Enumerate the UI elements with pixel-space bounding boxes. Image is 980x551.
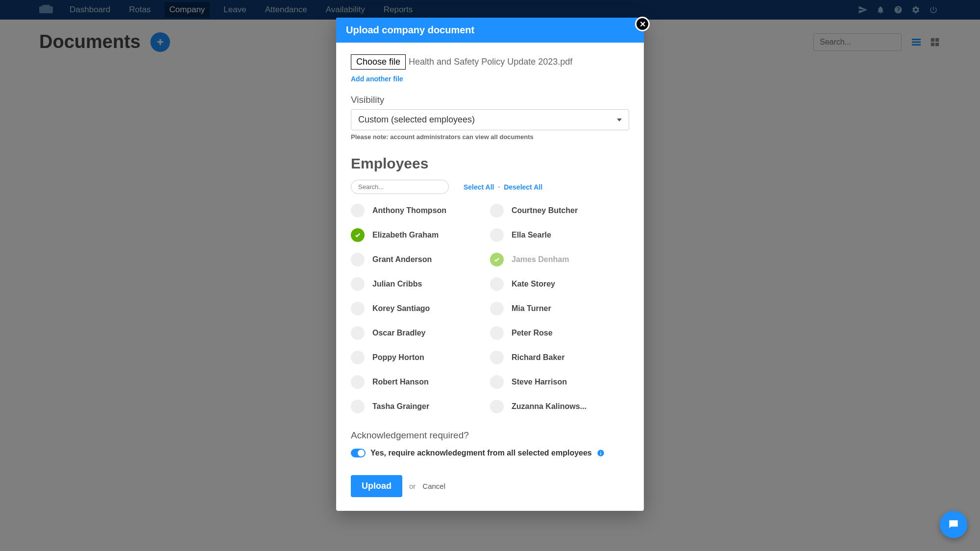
close-icon[interactable]: ✕ bbox=[635, 17, 650, 31]
employee-checkbox[interactable] bbox=[490, 302, 504, 315]
employee-name: Elizabeth Graham bbox=[372, 231, 439, 240]
employee-item[interactable]: Zuzanna Kalinows... bbox=[490, 400, 629, 413]
employee-name: Korey Santiago bbox=[372, 304, 430, 313]
employee-checkbox[interactable] bbox=[351, 253, 365, 266]
select-all-link[interactable]: Select All bbox=[464, 183, 494, 191]
employee-item[interactable]: Poppy Horton bbox=[351, 351, 490, 364]
employee-item[interactable]: Elizabeth Graham bbox=[351, 228, 490, 242]
employee-grid: Anthony ThompsonCourtney ButcherElizabet… bbox=[351, 204, 629, 413]
employee-name: Peter Rose bbox=[512, 329, 553, 337]
modal-title: Upload company document bbox=[336, 18, 644, 43]
employee-item[interactable]: Anthony Thompson bbox=[351, 204, 490, 217]
upload-document-modal: ✕ Upload company document Choose file He… bbox=[336, 18, 644, 511]
employee-item[interactable]: Korey Santiago bbox=[351, 302, 490, 315]
deselect-all-link[interactable]: Deselect All bbox=[504, 183, 542, 191]
acknowledgement-toggle[interactable] bbox=[351, 449, 366, 457]
modal-footer: Upload or Cancel bbox=[351, 475, 629, 497]
employee-checkbox[interactable] bbox=[351, 204, 365, 217]
employee-name: Courtney Butcher bbox=[512, 206, 578, 215]
employee-checkbox[interactable] bbox=[351, 351, 365, 364]
employee-checkbox[interactable] bbox=[490, 326, 504, 340]
employee-bulk-links: Select All · Deselect All bbox=[464, 183, 542, 191]
employee-name: Zuzanna Kalinows... bbox=[512, 402, 587, 411]
cancel-link[interactable]: Cancel bbox=[422, 482, 445, 490]
employee-checkbox[interactable] bbox=[490, 375, 504, 389]
employee-name: Ella Searle bbox=[512, 231, 551, 240]
info-icon[interactable] bbox=[597, 449, 605, 457]
employee-item[interactable]: Oscar Bradley bbox=[351, 326, 490, 340]
employee-item[interactable]: Grant Anderson bbox=[351, 253, 490, 266]
employee-checkbox[interactable] bbox=[490, 228, 504, 242]
acknowledgement-text: Yes, require acknowledegment from all se… bbox=[370, 449, 592, 457]
chosen-file-name: Health and Safety Policy Update 2023.pdf bbox=[409, 57, 572, 67]
employee-name: Julian Cribbs bbox=[372, 280, 422, 288]
visibility-label: Visibility bbox=[351, 95, 629, 105]
employees-heading: Employees bbox=[351, 155, 629, 172]
employee-checkbox[interactable] bbox=[490, 400, 504, 413]
employee-checkbox[interactable] bbox=[351, 400, 365, 413]
employee-item[interactable]: Tasha Grainger bbox=[351, 400, 490, 413]
or-text: or bbox=[409, 482, 416, 490]
visibility-selected: Custom (selected employees) bbox=[358, 115, 617, 125]
choose-file-button[interactable]: Choose file bbox=[351, 54, 406, 70]
employee-item[interactable]: Ella Searle bbox=[490, 228, 629, 242]
employee-checkbox[interactable] bbox=[490, 351, 504, 364]
employee-item[interactable]: Kate Storey bbox=[490, 277, 629, 291]
chevron-down-icon bbox=[617, 119, 622, 121]
employee-name: Kate Storey bbox=[512, 280, 555, 288]
employee-name: Mia Turner bbox=[512, 304, 551, 313]
employee-checkbox[interactable] bbox=[351, 375, 365, 389]
employee-checkbox[interactable] bbox=[351, 326, 365, 340]
employee-item[interactable]: Steve Harrison bbox=[490, 375, 629, 389]
employee-checkbox[interactable] bbox=[351, 277, 365, 291]
upload-button[interactable]: Upload bbox=[351, 475, 402, 497]
employee-item[interactable]: Robert Hanson bbox=[351, 375, 490, 389]
acknowledgement-row: Yes, require acknowledegment from all se… bbox=[351, 449, 629, 457]
employee-name: Steve Harrison bbox=[512, 378, 567, 386]
add-another-file-link[interactable]: Add another file bbox=[351, 75, 403, 83]
employee-item[interactable]: James Denham bbox=[490, 253, 629, 266]
employee-item[interactable]: Courtney Butcher bbox=[490, 204, 629, 217]
employee-name: Richard Baker bbox=[512, 353, 565, 362]
employee-name: Oscar Bradley bbox=[372, 329, 426, 337]
employee-name: Grant Anderson bbox=[372, 255, 432, 264]
employee-item[interactable]: Peter Rose bbox=[490, 326, 629, 340]
modal-overlay: ✕ Upload company document Choose file He… bbox=[0, 0, 980, 551]
visibility-note: Please note: account administrators can … bbox=[351, 133, 629, 141]
visibility-select[interactable]: Custom (selected employees) bbox=[351, 109, 629, 130]
chat-icon[interactable] bbox=[940, 511, 967, 538]
employee-name: Poppy Horton bbox=[372, 353, 424, 362]
employee-item[interactable]: Richard Baker bbox=[490, 351, 629, 364]
employee-checkbox[interactable] bbox=[351, 302, 365, 315]
employee-search-input[interactable] bbox=[351, 180, 449, 194]
employee-checkbox[interactable] bbox=[490, 277, 504, 291]
employee-item[interactable]: Mia Turner bbox=[490, 302, 629, 315]
employee-name: Robert Hanson bbox=[372, 378, 429, 386]
employee-checkbox[interactable] bbox=[490, 204, 504, 217]
employee-name: Tasha Grainger bbox=[372, 402, 429, 411]
employee-name: Anthony Thompson bbox=[372, 206, 446, 215]
employee-item[interactable]: Julian Cribbs bbox=[351, 277, 490, 291]
employee-checkbox[interactable] bbox=[351, 228, 365, 242]
employee-checkbox[interactable] bbox=[490, 253, 504, 266]
employee-name: James Denham bbox=[512, 255, 569, 264]
file-chooser-row: Choose file Health and Safety Policy Upd… bbox=[351, 54, 629, 70]
acknowledgement-label: Acknowledgement required? bbox=[351, 430, 629, 441]
